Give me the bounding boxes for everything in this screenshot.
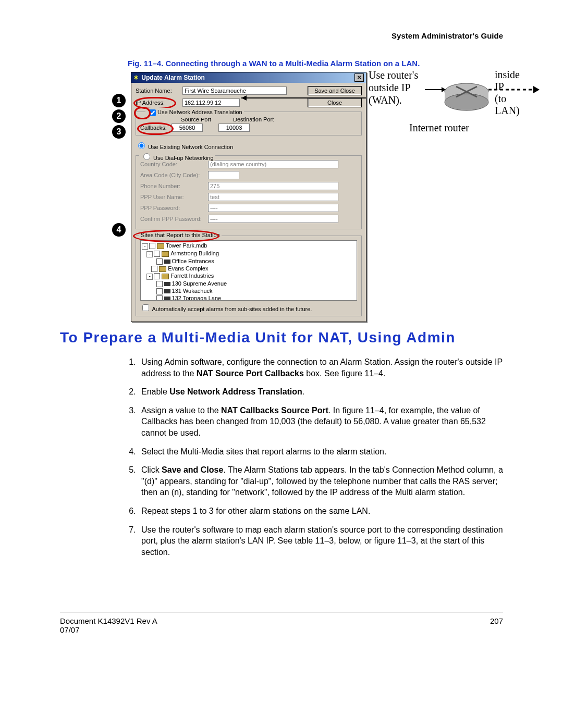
callout-2: 2 <box>112 109 126 123</box>
ip-address-input[interactable] <box>182 98 240 107</box>
svg-point-4 <box>445 94 488 110</box>
step-5: Click Save and Close. The Alarm Stations… <box>138 464 503 498</box>
close-icon[interactable]: ✕ <box>354 73 364 82</box>
steps-list: Using Admin software, configure the conn… <box>138 356 503 558</box>
nat-checkbox-highlight <box>134 107 151 119</box>
step-2: Enable Use Network Address Translation. <box>138 386 503 398</box>
router-caption: Internet router <box>409 122 469 134</box>
tree-item[interactable]: 131 Wukachuck <box>172 288 213 294</box>
ip-arrow <box>241 93 372 103</box>
phone-label: Phone Number: <box>140 183 208 189</box>
country-code-input <box>208 160 338 168</box>
auto-accept-checkbox[interactable] <box>142 304 149 311</box>
ppp-pw-label: PPP Password: <box>140 205 208 211</box>
dialog-title: Update Alarm Station <box>141 74 205 81</box>
tree-item[interactable]: Armstrong Building <box>170 250 219 256</box>
sites-highlight <box>133 230 219 242</box>
dialog-titlebar[interactable]: ✶ Update Alarm Station ✕ <box>131 72 366 83</box>
callbacks-source-input[interactable] <box>172 124 203 132</box>
step-3: Assign a value to the NAT Callbacks Sour… <box>138 405 503 439</box>
ppp-user-label: PPP User Name: <box>140 194 208 200</box>
sites-tree[interactable]: -Tower Park.mdb -Armstrong Building Offi… <box>140 240 357 301</box>
confirm-pw-label: Confirm PPP Password: <box>140 216 208 222</box>
auto-accept-label: Automatically accept alarms from sub-sit… <box>152 306 312 312</box>
router-text-block: Use router's outside IP (WAN). <box>369 69 418 106</box>
callout-1: 1 <box>112 94 126 107</box>
use-nat-label: Use Network Address Translation <box>145 108 244 118</box>
svg-marker-10 <box>241 95 247 101</box>
ppp-user-input <box>208 193 338 201</box>
ppp-pw-input <box>208 204 338 212</box>
footer-doc: Document K14392V1 Rev A <box>60 616 157 625</box>
step-1: Using Admin software, configure the conn… <box>138 356 503 379</box>
footer-date: 07/07 <box>60 625 157 634</box>
callbacks-highlight <box>137 122 174 135</box>
update-alarm-station-dialog: ✶ Update Alarm Station ✕ Station Name: S… <box>131 72 366 322</box>
section-heading: To Prepare a Multi-Media Unit for NAT, U… <box>60 329 503 346</box>
area-code-input <box>208 171 239 179</box>
tree-item[interactable]: Farrett Industries <box>170 273 214 279</box>
page-number: 207 <box>490 616 503 634</box>
station-name-label: Station Name: <box>136 88 182 94</box>
use-dialup-radio[interactable] <box>143 153 150 160</box>
callout-3: 3 <box>112 125 126 139</box>
callout-4: 4 <box>112 223 126 237</box>
tree-item[interactable]: 130 Supreme Avenue <box>172 280 227 287</box>
svg-marker-8 <box>533 86 540 93</box>
figure-area: 1 2 3 4 ✶ Update Alarm Station ✕ Station… <box>112 72 503 309</box>
step-6: Repeat steps 1 to 3 for other alarm stat… <box>138 505 503 517</box>
confirm-pw-input <box>208 215 338 223</box>
header-guide: System Administrator's Guide <box>60 31 503 40</box>
step-4: Select the Multi-Media sites that report… <box>138 446 503 458</box>
figure-caption: Fig. 11–4. Connecting through a WAN to a… <box>60 59 503 68</box>
tree-item[interactable]: Office Entrances <box>172 258 214 264</box>
use-existing-radio[interactable]: Use Existing Network Connection <box>136 144 233 150</box>
tree-item[interactable]: Tower Park.mdb <box>166 242 207 249</box>
page-footer: Document K14392V1 Rev A 07/07 207 <box>60 612 503 634</box>
step-7: Use the router's software to map each al… <box>138 524 503 558</box>
phone-input <box>208 182 338 190</box>
tree-item[interactable]: 132 Toronaga Lane <box>172 295 222 301</box>
callbacks-dest-input[interactable] <box>218 124 250 132</box>
tree-item[interactable]: Evans Complex <box>168 265 208 272</box>
country-code-label: Country Code: <box>140 161 208 167</box>
area-code-label: Area Code (City Code): <box>140 172 208 178</box>
